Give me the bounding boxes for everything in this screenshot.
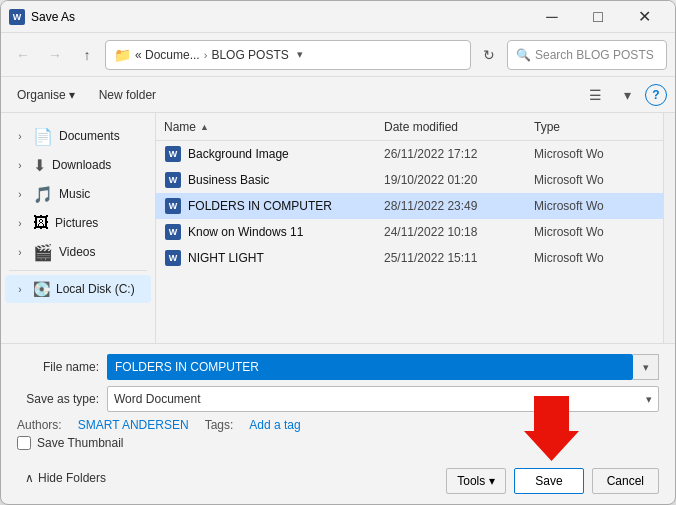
savetype-select[interactable]: Word Document ▾ <box>107 386 659 412</box>
sidebar-item-pictures[interactable]: › 🖼 Pictures <box>5 209 151 237</box>
filename-dropdown-button[interactable]: ▾ <box>633 354 659 380</box>
help-button[interactable]: ? <box>645 84 667 106</box>
file-date-3: 24/11/2022 10:18 <box>384 225 534 239</box>
filename-input[interactable] <box>107 354 633 380</box>
file-type-1: Microsoft Wo <box>534 173 655 187</box>
organise-button[interactable]: Organise ▾ <box>9 82 83 108</box>
new-folder-label: New folder <box>99 88 156 102</box>
new-folder-button[interactable]: New folder <box>91 82 164 108</box>
toolbar-right: ☰ ▾ ? <box>581 81 667 109</box>
sidebar-label-documents: Documents <box>59 129 120 143</box>
save-as-dialog: W Save As ─ □ ✕ ← → ↑ 📁 « Docume... › BL… <box>0 0 676 505</box>
sidebar-label-pictures: Pictures <box>55 216 98 230</box>
column-type[interactable]: Type <box>534 120 655 134</box>
table-row[interactable]: W NIGHT LIGHT 25/11/2022 15:11 Microsoft… <box>156 245 663 271</box>
savetype-input-wrapper: Word Document ▾ <box>107 386 659 412</box>
up-button[interactable]: ↑ <box>73 41 101 69</box>
file-date-1: 19/10/2022 01:20 <box>384 173 534 187</box>
tools-button[interactable]: Tools ▾ <box>446 468 506 494</box>
sidebar-label-music: Music <box>59 187 90 201</box>
tools-arrow: ▾ <box>489 474 495 488</box>
authors-value[interactable]: SMART ANDERSEN <box>78 418 189 432</box>
file-list-header: Name ▲ Date modified Type <box>156 113 663 141</box>
savetype-value: Word Document <box>114 392 200 406</box>
maximize-button[interactable]: □ <box>575 1 621 33</box>
sidebar-item-music[interactable]: › 🎵 Music <box>5 180 151 208</box>
thumbnail-row: Save Thumbnail <box>17 436 659 450</box>
expand-icon-local-disk: › <box>13 282 27 296</box>
expand-icon-music: › <box>13 187 27 201</box>
file-type-3: Microsoft Wo <box>534 225 655 239</box>
table-row[interactable]: W Business Basic 19/10/2022 01:20 Micros… <box>156 167 663 193</box>
column-date[interactable]: Date modified <box>384 120 534 134</box>
tags-link[interactable]: Add a tag <box>249 418 300 432</box>
hide-folders-label: Hide Folders <box>38 471 106 485</box>
hide-folders-button[interactable]: ∧ Hide Folders <box>17 471 114 491</box>
folder-icon-documents: 📄 <box>33 127 53 146</box>
filename-row: File name: ▾ <box>17 354 659 380</box>
sidebar-item-documents[interactable]: › 📄 Documents <box>5 122 151 150</box>
thumbnail-label[interactable]: Save Thumbnail <box>37 436 124 450</box>
table-row[interactable]: W Know on Windows 11 24/11/2022 10:18 Mi… <box>156 219 663 245</box>
sidebar-item-videos[interactable]: › 🎬 Videos <box>5 238 151 266</box>
file-date-2: 28/11/2022 23:49 <box>384 199 534 213</box>
scrollbar[interactable] <box>663 113 675 343</box>
address-path[interactable]: 📁 « Docume... › BLOG POSTS ▾ <box>105 40 471 70</box>
filename-input-wrapper: ▾ <box>107 354 659 380</box>
sidebar-item-downloads[interactable]: › ⬇ Downloads <box>5 151 151 179</box>
file-name-3: Know on Windows 11 <box>188 225 384 239</box>
folder-icon-local-disk: 💽 <box>33 281 50 297</box>
file-icon-0: W <box>164 145 182 163</box>
tools-label: Tools <box>457 474 485 488</box>
expand-icon-videos: › <box>13 245 27 259</box>
savetype-row: Save as type: Word Document ▾ <box>17 386 659 412</box>
save-button[interactable]: Save <box>514 468 583 494</box>
path-chevron: › <box>204 49 208 61</box>
file-list: Name ▲ Date modified Type W Background I… <box>156 113 663 343</box>
file-type-4: Microsoft Wo <box>534 251 655 265</box>
expand-icon-documents: › <box>13 129 27 143</box>
cancel-button[interactable]: Cancel <box>592 468 659 494</box>
file-name-0: Background Image <box>188 147 384 161</box>
sidebar-label-downloads: Downloads <box>52 158 111 172</box>
path-prefix: « Docume... <box>135 48 200 62</box>
table-row-selected[interactable]: W FOLDERS IN COMPUTER 28/11/2022 23:49 M… <box>156 193 663 219</box>
view-dropdown-button[interactable]: ▾ <box>613 81 641 109</box>
file-name-1: Business Basic <box>188 173 384 187</box>
search-box[interactable]: 🔍 Search BLOG POSTS <box>507 40 667 70</box>
refresh-button[interactable]: ↻ <box>475 41 503 69</box>
folder-icon-videos: 🎬 <box>33 243 53 262</box>
file-icon-2: W <box>164 197 182 215</box>
toolbar: Organise ▾ New folder ☰ ▾ ? <box>1 77 675 113</box>
main-content: › 📄 Documents › ⬇ Downloads › 🎵 Music › … <box>1 113 675 343</box>
sidebar-item-local-disk[interactable]: › 💽 Local Disk (C:) <box>5 275 151 303</box>
bottom-form: File name: ▾ Save as type: Word Document… <box>1 343 675 464</box>
sidebar-label-videos: Videos <box>59 245 95 259</box>
forward-button[interactable]: → <box>41 41 69 69</box>
file-rows: W Background Image 26/11/2022 17:12 Micr… <box>156 141 663 343</box>
file-type-0: Microsoft Wo <box>534 147 655 161</box>
file-date-4: 25/11/2022 15:11 <box>384 251 534 265</box>
address-bar: ← → ↑ 📁 « Docume... › BLOG POSTS ▾ ↻ 🔍 S… <box>1 33 675 77</box>
back-button[interactable]: ← <box>9 41 37 69</box>
action-buttons: Tools ▾ Save Cancel <box>446 468 659 494</box>
file-icon-4: W <box>164 249 182 267</box>
sidebar-label-local-disk: Local Disk (C:) <box>56 282 135 296</box>
path-dropdown-arrow[interactable]: ▾ <box>297 48 303 61</box>
table-row[interactable]: W Background Image 26/11/2022 17:12 Micr… <box>156 141 663 167</box>
file-type-2: Microsoft Wo <box>534 199 655 213</box>
close-button[interactable]: ✕ <box>621 1 667 33</box>
thumbnail-checkbox[interactable] <box>17 436 31 450</box>
view-icon: ☰ <box>589 87 602 103</box>
folder-icon: 📁 <box>114 47 131 63</box>
expand-icon-downloads: › <box>13 158 27 172</box>
sort-arrow: ▲ <box>200 122 209 132</box>
word-app-icon: W <box>9 9 25 25</box>
savetype-arrow: ▾ <box>646 393 652 406</box>
filename-label: File name: <box>17 360 107 374</box>
organise-label: Organise <box>17 88 66 102</box>
column-name[interactable]: Name ▲ <box>164 120 384 134</box>
authors-label: Authors: <box>17 418 62 432</box>
minimize-button[interactable]: ─ <box>529 1 575 33</box>
view-button[interactable]: ☰ <box>581 81 609 109</box>
